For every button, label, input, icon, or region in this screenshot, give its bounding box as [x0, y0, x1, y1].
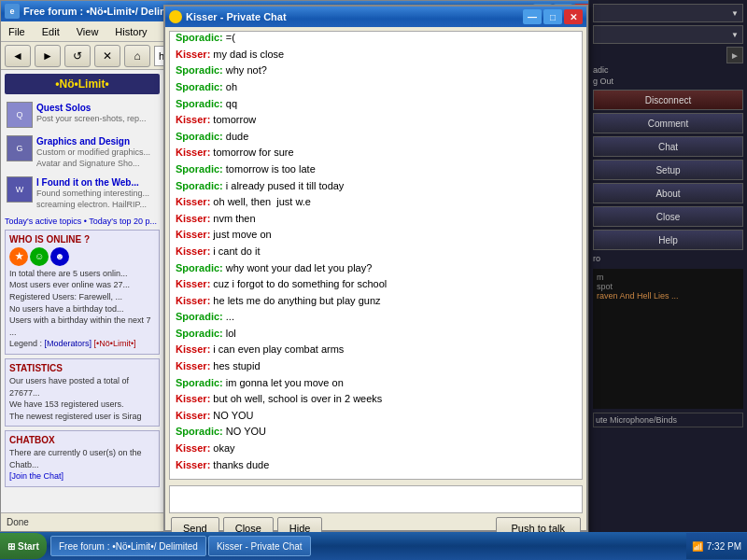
msg-9: Sporadic: dude: [176, 129, 576, 146]
who-online-section: WHO IS ONLINE ? ★ ☺ ☻ In total there are…: [5, 230, 160, 355]
forum-icon-quest: Q: [7, 102, 33, 128]
msg-20: Sporadic: ...: [176, 309, 576, 326]
chat-titlebar: Kisser - Private Chat — □ ✕: [165, 7, 586, 27]
msg-28: Kisser: okay: [176, 441, 576, 457]
forum-item-quest-sub: Post your screen-shots, rep...: [36, 114, 147, 125]
legend-text: Legend : [Moderators] [•Nö•Limit•]: [9, 338, 155, 350]
chat-input[interactable]: [169, 485, 583, 513]
avatar-1: ★: [9, 247, 28, 266]
avatar-3: ☻: [50, 247, 69, 266]
browser-icon: e: [5, 4, 20, 19]
stats-text: Our users have posted a total of 27677..…: [9, 375, 155, 422]
scroll-content-m: m: [597, 273, 740, 282]
disconnect-button[interactable]: Disconnect: [593, 90, 743, 110]
msg-27: Sporadic: NO YOU: [176, 424, 576, 441]
taskbar-items: Free forum : •Nö•Limit•/ Delimited Kisse…: [50, 536, 686, 556]
msg-4: Kisser: my dad is close: [176, 47, 576, 63]
scroll-content-spot: spot: [597, 282, 740, 291]
msg-12: Sporadic: i already pused it till today: [176, 178, 576, 195]
dropdown-2[interactable]: ▼: [593, 25, 743, 44]
start-button[interactable]: ⊞ Start: [0, 533, 47, 559]
help-button[interactable]: Help: [593, 230, 743, 250]
birthday-text: No users have a birthday tod...Users wit…: [9, 303, 155, 339]
scroll-content-raven: raven And Hell Lies ...: [597, 291, 740, 301]
who-online-title: WHO IS ONLINE ?: [9, 234, 155, 245]
start-label: ⊞ Start: [7, 541, 39, 552]
comment-button[interactable]: Comment: [593, 113, 743, 133]
forum-logo: •Nö•Limit•: [5, 74, 160, 94]
msg-8: Kisser: tomorrow: [176, 112, 576, 129]
msg-26: Kisser: NO YOU: [176, 408, 576, 425]
refresh-button[interactable]: ↺: [64, 45, 91, 67]
panel-label-adic: adic: [593, 65, 743, 75]
forum-item-web: W I Found it on the Web... Found somethi…: [5, 175, 160, 212]
taskbar-browser-label: Free forum : •Nö•Limit•/ Delimited: [59, 541, 198, 552]
active-topics-link[interactable]: Today's active topics • Today's top 20 p…: [5, 217, 160, 226]
tray-time: 7:32 PM: [707, 541, 741, 552]
taskbar-tray: 📶 7:32 PM: [686, 533, 747, 559]
dropdown-1[interactable]: ▼: [593, 4, 743, 22]
msg-24: Sporadic: im gonna let you move on: [176, 375, 576, 392]
stop-button[interactable]: ✕: [94, 45, 120, 67]
avatar-2: ☺: [30, 247, 49, 266]
msg-10: Kisser: tomorrow for sure: [176, 145, 576, 161]
forum-item-web-title: I Found it on the Web...: [36, 176, 158, 189]
chat-minimize-button[interactable]: —: [523, 9, 542, 24]
tray-icons: 📶: [692, 541, 703, 552]
msg-5: Sporadic: why not?: [176, 63, 576, 79]
forum-item-quest: Q Quest Solos Post your screen-shots, re…: [5, 100, 160, 130]
status-text: Done: [7, 517, 29, 527]
chatbox-text: There are currently 0 user(s) on the Cha…: [9, 447, 155, 483]
forward-button[interactable]: ►: [35, 45, 61, 67]
back-button[interactable]: ◄: [5, 45, 31, 67]
msg-29: Kisser: thanks dude: [176, 457, 576, 474]
chatbox-section: CHATBOX There are currently 0 user(s) on…: [5, 430, 160, 487]
panel-arrow-btn[interactable]: ►: [726, 47, 743, 63]
menu-history[interactable]: History: [111, 24, 150, 39]
chatbox-title: CHATBOX: [9, 435, 155, 445]
forum-icon-graphics: G: [7, 135, 33, 161]
registered-users: Registered Users: Farewell, ...: [9, 291, 155, 303]
online-avatars: ★ ☺ ☻: [9, 247, 155, 266]
taskbar-browser-item[interactable]: Free forum : •Nö•Limit•/ Delimited: [50, 536, 206, 556]
stats-section: STATISTICS Our users have posted a total…: [5, 358, 160, 427]
msg-25: Kisser: but oh well, school is over in 2…: [176, 391, 576, 408]
forum-item-graphics-title: Graphics and Design: [36, 135, 158, 147]
chat-close-button[interactable]: ✕: [564, 9, 583, 24]
about-button[interactable]: About: [593, 183, 743, 203]
msg-23: Kisser: hes stupid: [176, 358, 576, 375]
microphone-binds[interactable]: ute Microphone/Binds: [593, 413, 743, 427]
menu-view[interactable]: View: [73, 24, 103, 39]
taskbar: ⊞ Start Free forum : •Nö•Limit•/ Delimit…: [0, 532, 747, 560]
msg-15: Kisser: just move on: [176, 227, 576, 244]
msg-14: Kisser: nvm then: [176, 211, 576, 228]
dropdown-2-arrow: ▼: [731, 31, 739, 39]
taskbar-chat-item[interactable]: Kisser - Private Chat: [208, 536, 311, 556]
msg-21: Sporadic: lol: [176, 326, 576, 343]
msg-13: Kisser: oh well, then just w.e: [176, 194, 576, 211]
msg-16: Kisser: i cant do it: [176, 244, 576, 260]
setup-button[interactable]: Setup: [593, 160, 743, 180]
msg-6: Sporadic: oh: [176, 79, 576, 96]
chat-button[interactable]: Chat: [593, 136, 743, 157]
right-panel: ▼ ▼ ► adic g Out Disconnect Comment Chat…: [588, 0, 747, 532]
msg-17: Sporadic: why wont your dad let you play…: [176, 260, 576, 277]
who-online-text: In total there are 5 users onlin...Most …: [9, 268, 155, 291]
desktop: e Free forum : •Nö•Limit•/ Delimited ◦ —…: [0, 0, 747, 560]
stats-title: STATISTICS: [9, 363, 155, 373]
menu-file[interactable]: File: [5, 24, 29, 39]
chat-title: Kisser - Private Chat: [186, 11, 523, 22]
menu-edit[interactable]: Edit: [38, 24, 63, 39]
panel-label-out: g Out: [593, 77, 743, 86]
home-button[interactable]: ⌂: [124, 45, 150, 67]
close-panel-button[interactable]: Close: [593, 206, 743, 227]
taskbar-chat-label: Kisser - Private Chat: [217, 541, 303, 552]
dropdown-1-arrow: ▼: [731, 9, 739, 18]
msg-22: Kisser: i can even play combat arms: [176, 342, 576, 358]
right-scroll-area: m spot raven And Hell Lies ...: [593, 269, 743, 409]
forum-item-graphics: G Graphics and Design Custom or modified…: [5, 133, 160, 171]
forum-icon-web: W: [7, 176, 33, 203]
forum-item-web-sub: Found something interesting... screaming…: [36, 189, 158, 210]
chat-maximize-button[interactable]: □: [543, 9, 562, 24]
forum-item-quest-title: Quest Solos: [36, 102, 147, 114]
